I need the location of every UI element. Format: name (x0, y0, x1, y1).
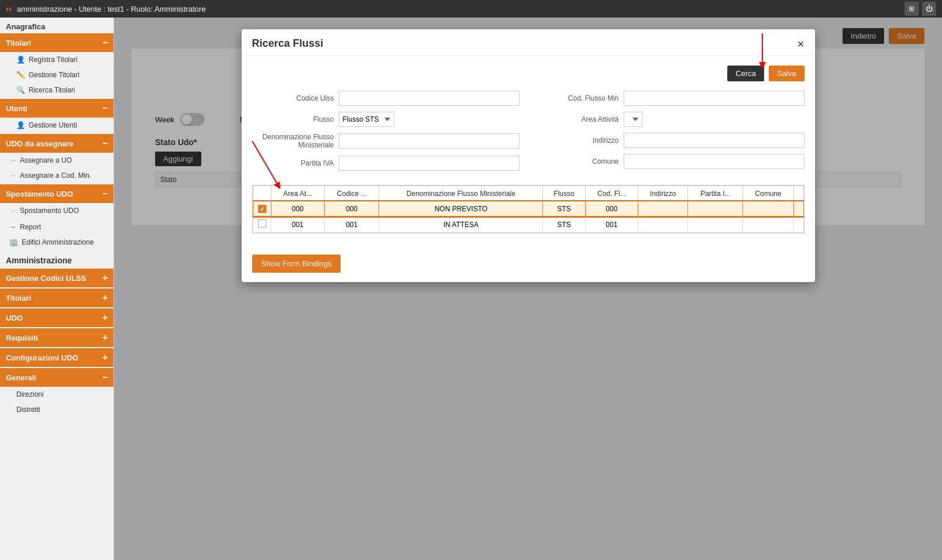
form-row-area-attivita: Area Attività (537, 112, 805, 127)
sidebar-group-config-udo-header[interactable]: Configurazioni UDO + (0, 348, 114, 367)
sidebar-group-titolari: Titolari − 👤 Registra Titolari ✏️ Gestio… (0, 33, 114, 98)
form-row-comune: Comune (537, 154, 805, 169)
sidebar-group-utenti: Utenti − 👤 Gestione Utenti (0, 99, 114, 133)
power-icon-button[interactable]: ⏻ (922, 2, 936, 16)
cell-flusso-1: STS (543, 201, 585, 217)
input-cod-flusso-min[interactable] (624, 91, 805, 106)
select-wrapper-area (624, 112, 805, 127)
sidebar-item-gestione-utenti[interactable]: 👤 Gestione Utenti (0, 118, 114, 133)
person-icon: 👤 (16, 56, 25, 64)
cell-flusso-2: STS (543, 217, 585, 233)
label-flusso: Flusso (252, 115, 334, 123)
toggle-icon: + (102, 332, 108, 343)
col-scroll (793, 185, 803, 201)
sidebar-item-report[interactable]: → Report (0, 219, 114, 235)
sidebar-item-label: Assegnare a Cod. Min. (20, 171, 91, 180)
anagrafica-header: Anagrafica (0, 18, 114, 33)
input-codice-ulss[interactable] (339, 91, 520, 106)
sidebar-item-assegnare-cod-min[interactable]: → Assegnare a Cod. Min. (0, 168, 114, 183)
sidebar-group-udo-admin-header[interactable]: UDO + (0, 308, 114, 327)
table-row[interactable]: 001 001 IN ATTESA STS 001 (253, 217, 803, 233)
sidebar-group-titolari-admin-header[interactable]: Titolari + (0, 288, 114, 307)
cerca-button[interactable]: Cerca (727, 66, 764, 81)
cell-extra-1 (793, 201, 803, 217)
checkbox-selected[interactable] (258, 205, 266, 213)
cell-codice-1: 000 (325, 201, 379, 217)
titolari-toggle-icon: − (102, 37, 108, 48)
sidebar-item-label: Direzioni (16, 390, 44, 398)
sidebar-group-generali: Generali − Direzioni Distretti (0, 368, 114, 417)
sidebar-group-titolari-admin: Titolari + (0, 288, 114, 307)
checkbox-empty[interactable] (258, 219, 266, 228)
cell-indirizzo-2 (638, 217, 688, 233)
cell-comune-2 (743, 217, 793, 233)
select-flusso[interactable]: Flusso STS (339, 112, 394, 127)
toggle-icon: − (102, 372, 108, 383)
grid-icon-button[interactable]: ⊞ (905, 2, 919, 16)
sidebar-item-edifici[interactable]: 🏢 Edifici Amministrazione (0, 235, 114, 250)
col-denominazione-flusso: Denominazione Flusso Ministeriale (379, 185, 543, 201)
form-row-codice-ulss: Codice Ulss (252, 91, 520, 106)
sidebar-item-spostamento-udo[interactable]: → Spostamento UDO (0, 203, 114, 218)
cell-checkbox-2[interactable] (253, 217, 271, 233)
sidebar: Anagrafica Titolari − 👤 Registra Titolar… (0, 18, 114, 560)
sidebar-group-titolari-header[interactable]: Titolari − (0, 33, 114, 52)
arrow-icon: → (9, 171, 16, 180)
sidebar-group-udo-assegnare-label: UDO da assegnare (6, 139, 74, 148)
sidebar-group-label: Gestione Codici ULSS (6, 274, 86, 283)
modal-close-button[interactable]: × (797, 38, 805, 50)
select-area-attivita[interactable] (624, 112, 642, 127)
show-form-bindings-button[interactable]: Show Form Bindings (252, 255, 341, 273)
sidebar-item-registra-titolari[interactable]: 👤 Registra Titolari (0, 52, 114, 67)
sidebar-group-utenti-header[interactable]: Utenti − (0, 99, 114, 118)
modal-header: Ricerca Flussi × (242, 29, 815, 56)
sidebar-item-distretti[interactable]: Distretti (0, 402, 114, 417)
cell-cod-fl-1: 000 (585, 201, 638, 217)
cell-partita-1 (688, 201, 743, 217)
form-fields-grid: Codice Ulss Flusso Flusso STS (252, 91, 805, 177)
sidebar-item-gestione-titolari[interactable]: ✏️ Gestione Titolari (0, 67, 114, 83)
cell-comune-1 (743, 201, 793, 217)
arrow-icon: → (9, 207, 16, 215)
amministrazione-label: Amministrazione (0, 250, 114, 269)
cell-partita-2 (688, 217, 743, 233)
sidebar-item-assegnare-uo[interactable]: → Assegnare a UO (0, 153, 114, 168)
sidebar-item-direzioni[interactable]: Direzioni (0, 387, 114, 402)
building-icon: 🏢 (9, 238, 18, 246)
sidebar-group-label: Configurazioni UDO (6, 353, 78, 362)
input-partita-iva[interactable] (339, 156, 520, 171)
table-row[interactable]: 000 000 NON PREVISTO STS 000 (253, 201, 803, 217)
utenti-toggle-icon: − (102, 103, 108, 114)
sidebar-group-spostamento-udo-header[interactable]: Spostamento UDO − (0, 184, 114, 203)
input-denominazione[interactable] (339, 133, 520, 149)
sidebar-item-label: Report (20, 223, 41, 231)
cell-checkbox-1[interactable] (253, 201, 271, 217)
sidebar-group-requisiti-header[interactable]: Requisiti + (0, 328, 114, 347)
toggle-icon: + (102, 312, 108, 323)
cell-denominazione-2: IN ATTESA (379, 217, 543, 233)
sidebar-group-titolari-label: Titolari (6, 39, 31, 47)
modal-body: Cerca Salva Codice Ulss Flusso (242, 56, 815, 282)
toggle-icon: + (102, 273, 108, 283)
udo-assegnare-toggle-icon: − (102, 138, 108, 149)
input-comune[interactable] (624, 154, 805, 169)
sidebar-item-ricerca-titolari[interactable]: 🔍 Ricerca Titolari (0, 83, 114, 98)
sidebar-group-udo-assegnare-header[interactable]: UDO da assegnare − (0, 134, 114, 153)
label-codice-ulss: Codice Ulss (252, 94, 334, 102)
col-comune: Comune (743, 185, 793, 201)
salva-button[interactable]: Salva (769, 66, 805, 81)
sidebar-group-gestione-codici-header[interactable]: Gestione Codici ULSS + (0, 269, 114, 287)
select-wrapper-flusso: Flusso STS (339, 112, 520, 127)
sidebar-group-generali-header[interactable]: Generali − (0, 368, 114, 387)
top-bar-icons: ⊞ ⏻ (905, 2, 936, 16)
modal-title: Ricerca Flussi (252, 37, 324, 50)
sidebar-group-label: Titolari (6, 294, 31, 303)
sidebar-item-label: Spostamento UDO (20, 207, 79, 215)
sidebar-item-label: Assegnare a UO (20, 156, 72, 164)
sidebar-item-label: Ricerca Titolari (29, 86, 75, 94)
form-left-col: Codice Ulss Flusso Flusso STS (252, 91, 520, 177)
sidebar-group-utenti-label: Utenti (6, 104, 27, 113)
app-title: amministrazione - Utente : test1 - Ruolo… (17, 5, 206, 13)
cell-codice-2: 001 (325, 217, 379, 233)
input-indirizzo[interactable] (624, 133, 805, 148)
